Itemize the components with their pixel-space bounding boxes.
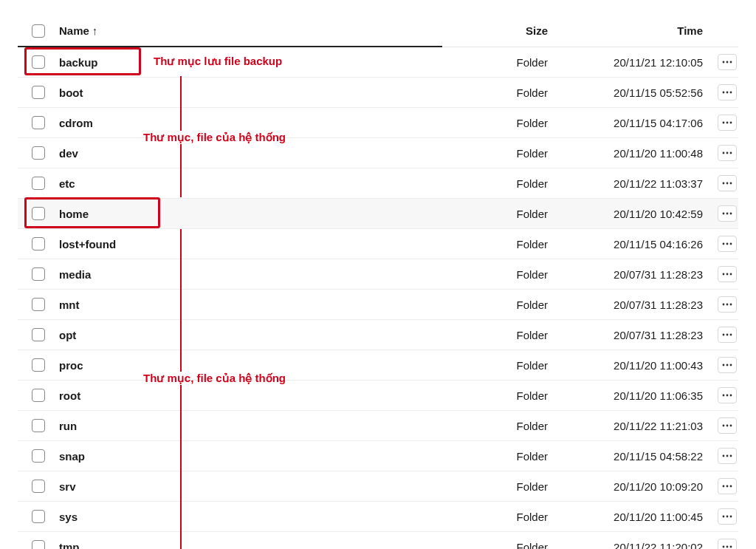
row-checkbox[interactable] [32, 510, 45, 523]
select-all-checkbox[interactable] [32, 24, 45, 38]
more-button[interactable] [718, 84, 737, 100]
row-name[interactable]: root [59, 389, 430, 402]
row-name[interactable]: tmp [59, 541, 430, 550]
row-name[interactable]: boot [59, 86, 430, 99]
more-button[interactable] [718, 357, 737, 373]
svg-point-42 [723, 485, 725, 488]
row-checkbox[interactable] [32, 207, 45, 220]
row-checkbox[interactable] [32, 86, 45, 99]
row-name-label: media [59, 268, 91, 281]
row-name[interactable]: proc [59, 359, 430, 372]
more-button[interactable] [718, 539, 737, 549]
row-checkbox[interactable] [32, 449, 45, 463]
row-name[interactable]: sys [59, 511, 430, 523]
row-name[interactable]: cdrom [59, 117, 430, 129]
header-size[interactable]: Size [430, 24, 548, 37]
row-checkbox[interactable] [32, 55, 45, 69]
row-name[interactable]: backup [59, 56, 430, 69]
row-actions [703, 205, 738, 222]
more-button[interactable] [718, 448, 737, 464]
table-row[interactable]: homeFolder20/11/20 10:42:59 [18, 199, 738, 229]
table-row[interactable]: srvFolder20/11/20 10:09:20 [18, 471, 738, 502]
table-row[interactable]: backupFolder20/11/21 12:10:05 [18, 47, 738, 78]
svg-point-4 [726, 92, 729, 94]
row-name-label: proc [59, 359, 83, 372]
row-actions [703, 327, 738, 343]
table-row[interactable]: etcFolder20/11/22 11:03:37 [18, 168, 738, 199]
row-checkbox[interactable] [32, 146, 45, 160]
row-checkbox[interactable] [32, 358, 45, 372]
row-check-cell [18, 116, 59, 129]
row-checkbox[interactable] [32, 237, 45, 250]
row-name[interactable]: mnt [59, 299, 430, 311]
table-row[interactable]: devFolder20/11/20 11:00:48 [18, 138, 738, 168]
row-size-label: Folder [516, 208, 548, 220]
svg-point-46 [726, 516, 729, 518]
row-checkbox[interactable] [32, 389, 45, 402]
table-row[interactable]: rootFolder20/11/20 11:06:35 [18, 381, 738, 411]
row-checkbox[interactable] [32, 116, 45, 129]
table-row[interactable]: lost+foundFolder20/11/15 04:16:26 [18, 229, 738, 259]
table-row[interactable]: tmpFolder20/11/22 11:20:02 [18, 532, 738, 549]
table-row[interactable]: mntFolder20/07/31 11:28:23 [18, 290, 738, 320]
more-button[interactable] [718, 145, 737, 161]
row-size: Folder [430, 177, 548, 190]
table-row[interactable]: cdromFolder20/11/15 04:17:06 [18, 108, 738, 138]
row-name[interactable]: home [59, 208, 430, 220]
row-name[interactable]: srv [59, 480, 430, 493]
row-time: 20/11/20 11:00:45 [548, 511, 703, 523]
row-check-cell [18, 298, 59, 311]
sort-ascending-icon: ↑ [92, 24, 98, 37]
row-check-cell [18, 86, 59, 99]
row-checkbox[interactable] [32, 480, 45, 493]
table-row[interactable]: mediaFolder20/07/31 11:28:23 [18, 259, 738, 290]
row-name[interactable]: snap [59, 450, 430, 463]
row-size-label: Folder [516, 177, 548, 190]
more-button[interactable] [718, 478, 737, 494]
table-row[interactable]: procFolder20/11/20 11:00:43 [18, 350, 738, 381]
row-check-cell [18, 267, 59, 281]
more-button[interactable] [718, 327, 737, 343]
table-row[interactable]: optFolder20/07/31 11:28:23 [18, 320, 738, 350]
row-size: Folder [430, 389, 548, 402]
table-row[interactable]: sysFolder20/11/20 11:00:45 [18, 502, 738, 532]
svg-point-3 [723, 92, 725, 94]
svg-point-37 [726, 425, 729, 427]
row-check-cell [18, 419, 59, 432]
more-button[interactable] [718, 115, 737, 131]
more-button[interactable] [718, 387, 737, 403]
more-button[interactable] [718, 236, 737, 252]
table-row[interactable]: snapFolder20/11/15 04:58:22 [18, 441, 738, 471]
row-name-label: home [59, 208, 89, 220]
row-name[interactable]: media [59, 268, 430, 281]
more-button[interactable] [718, 54, 737, 70]
row-checkbox[interactable] [32, 177, 45, 190]
row-checkbox[interactable] [32, 298, 45, 311]
row-checkbox[interactable] [32, 267, 45, 281]
header-time[interactable]: Time [548, 24, 703, 37]
more-button[interactable] [718, 296, 737, 313]
svg-point-17 [730, 213, 732, 215]
row-time: 20/11/20 10:09:20 [548, 480, 703, 493]
row-size: Folder [430, 541, 548, 550]
row-checkbox[interactable] [32, 419, 45, 432]
row-checkbox[interactable] [32, 540, 45, 549]
row-checkbox[interactable] [32, 328, 45, 341]
header-name[interactable]: Name ↑ [59, 24, 430, 37]
more-button[interactable] [718, 266, 737, 282]
more-button[interactable] [718, 508, 737, 525]
row-name[interactable]: opt [59, 329, 430, 341]
more-button[interactable] [718, 417, 737, 434]
table-row[interactable]: bootFolder20/11/15 05:52:56 [18, 78, 738, 108]
row-name[interactable]: lost+found [59, 238, 430, 250]
more-icon [722, 424, 732, 427]
row-name[interactable]: etc [59, 177, 430, 190]
more-button[interactable] [718, 205, 737, 222]
row-name[interactable]: run [59, 420, 430, 432]
row-name[interactable]: dev [59, 147, 430, 160]
svg-point-40 [726, 455, 729, 457]
table-row[interactable]: runFolder20/11/22 11:21:03 [18, 411, 738, 441]
row-name-label: etc [59, 177, 75, 190]
more-button[interactable] [718, 175, 737, 191]
row-actions [703, 54, 738, 70]
